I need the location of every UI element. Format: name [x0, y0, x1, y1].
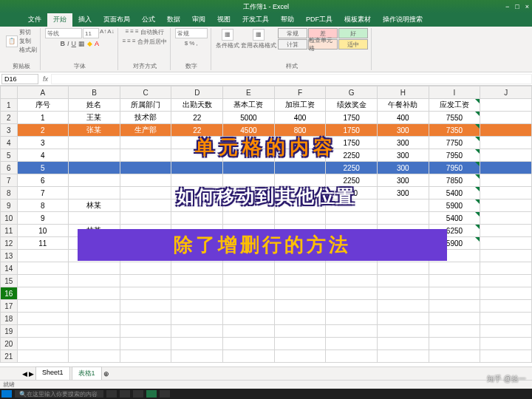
decrease-font-icon[interactable]: A↓: [107, 28, 114, 38]
cell[interactable]: [326, 350, 378, 363]
comma-icon[interactable]: ,: [196, 40, 197, 47]
cell[interactable]: 5900: [429, 200, 480, 212]
cell[interactable]: 9: [17, 212, 69, 225]
align-mid-icon[interactable]: ≡: [130, 28, 134, 36]
cell[interactable]: [378, 237, 429, 250]
cell[interactable]: 技术部: [120, 112, 171, 124]
cell[interactable]: [69, 313, 120, 325]
row-header[interactable]: 1: [1, 99, 18, 112]
maximize-icon[interactable]: □: [515, 3, 519, 10]
fill-color-icon[interactable]: ◆: [87, 40, 92, 47]
wrap-text-button[interactable]: 自动换行: [140, 28, 164, 36]
cell[interactable]: [171, 300, 223, 313]
cell[interactable]: [171, 287, 223, 300]
cell[interactable]: [429, 287, 480, 300]
row-header[interactable]: 12: [1, 237, 18, 250]
row-header[interactable]: 2: [1, 112, 18, 124]
cell[interactable]: [69, 262, 120, 275]
cell[interactable]: [17, 325, 69, 338]
ribbon-tab[interactable]: 帮助: [275, 13, 300, 27]
cell[interactable]: [480, 300, 532, 313]
cell[interactable]: [274, 137, 326, 149]
cell[interactable]: [69, 338, 120, 350]
cell[interactable]: [69, 287, 120, 300]
cell[interactable]: [274, 187, 326, 200]
cell[interactable]: [429, 300, 480, 313]
cell[interactable]: [120, 287, 171, 300]
cell[interactable]: [69, 212, 120, 225]
cell[interactable]: 2250: [326, 149, 378, 162]
cell[interactable]: [171, 162, 223, 174]
cell[interactable]: [69, 300, 120, 313]
cell[interactable]: [223, 325, 275, 338]
row-header[interactable]: 6: [1, 162, 18, 174]
style-neutral[interactable]: 适中: [338, 39, 368, 50]
ribbon-tab[interactable]: 操作说明搜索: [377, 13, 429, 27]
cell[interactable]: 7750: [429, 137, 480, 149]
cell[interactable]: [69, 325, 120, 338]
cell[interactable]: [480, 200, 532, 212]
spreadsheet-grid[interactable]: ABCDEFGHIJ1序号姓名所属部门出勤天数基本工资加班工资绩效奖金午餐补助应…: [0, 86, 532, 363]
row-header[interactable]: 3: [1, 124, 18, 137]
cell[interactable]: [429, 350, 480, 363]
cell[interactable]: [480, 250, 532, 262]
row-header[interactable]: 17: [1, 300, 18, 313]
cell[interactable]: [69, 137, 120, 149]
copy-button[interactable]: 复制: [19, 37, 37, 45]
cell[interactable]: [326, 275, 378, 287]
ribbon-tab[interactable]: 开始: [47, 13, 72, 27]
taskbar-search[interactable]: 🔍 在这里输入你要搜索的内容: [15, 390, 103, 398]
cell[interactable]: [223, 149, 275, 162]
cell[interactable]: 午餐补助: [378, 99, 429, 112]
cell[interactable]: [223, 137, 275, 149]
col-header[interactable]: I: [429, 86, 480, 99]
cell[interactable]: 22: [171, 112, 223, 124]
cell[interactable]: [171, 262, 223, 275]
ribbon-tab[interactable]: 数据: [161, 13, 186, 27]
row-header[interactable]: 10: [1, 212, 18, 225]
align-center-icon[interactable]: ≡: [127, 38, 131, 46]
align-bot-icon[interactable]: ≡: [135, 28, 139, 36]
cell[interactable]: [326, 338, 378, 350]
task-icon[interactable]: [133, 390, 143, 398]
col-header[interactable]: G: [326, 86, 378, 99]
cell[interactable]: [480, 350, 532, 363]
row-header[interactable]: 4: [1, 137, 18, 149]
cell[interactable]: [120, 250, 171, 262]
style-calc[interactable]: 计算: [278, 39, 307, 50]
row-header[interactable]: 18: [1, 313, 18, 325]
conditional-format-icon[interactable]: ▦: [222, 29, 233, 41]
cell[interactable]: 22: [171, 124, 223, 137]
cell[interactable]: 林某: [69, 237, 120, 250]
cell[interactable]: [69, 174, 120, 187]
align-right-icon[interactable]: ≡: [132, 38, 136, 46]
bold-button[interactable]: B: [61, 40, 66, 47]
cell[interactable]: [171, 350, 223, 363]
start-icon[interactable]: [1, 390, 12, 398]
cell[interactable]: [120, 162, 171, 174]
cell[interactable]: [69, 187, 120, 200]
cell[interactable]: 2: [17, 124, 69, 137]
row-header[interactable]: 8: [1, 187, 18, 200]
cell[interactable]: [171, 149, 223, 162]
cell[interactable]: 300: [378, 149, 429, 162]
ribbon-tab[interactable]: 插入: [72, 13, 98, 27]
cell[interactable]: 王某: [69, 112, 120, 124]
cell[interactable]: [480, 325, 532, 338]
ribbon-tab[interactable]: 页面布局: [98, 13, 136, 27]
cell[interactable]: [326, 225, 378, 237]
cell[interactable]: [120, 174, 171, 187]
cell[interactable]: 7350: [429, 124, 480, 137]
cell[interactable]: [480, 112, 532, 124]
cell[interactable]: [274, 225, 326, 237]
cell[interactable]: 姓名: [69, 99, 120, 112]
cell[interactable]: [223, 262, 275, 275]
cell[interactable]: [326, 300, 378, 313]
cell[interactable]: [274, 338, 326, 350]
cell[interactable]: [223, 338, 275, 350]
col-header[interactable]: C: [120, 86, 171, 99]
cell[interactable]: [326, 325, 378, 338]
cell[interactable]: 5400: [429, 187, 480, 200]
cell[interactable]: 300: [378, 137, 429, 149]
cell[interactable]: 1750: [326, 112, 378, 124]
